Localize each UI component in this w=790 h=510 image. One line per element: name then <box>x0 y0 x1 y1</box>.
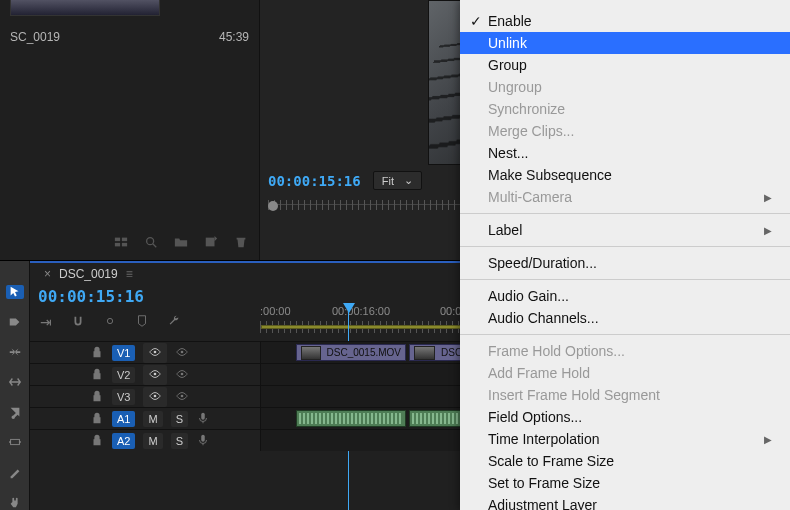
menu-item[interactable]: Time Interpolation <box>460 428 790 450</box>
sync-lock-icon[interactable] <box>143 343 167 363</box>
menu-item[interactable]: Enable <box>460 10 790 32</box>
eye-icon[interactable] <box>175 367 189 383</box>
menu-item: Merge Clips... <box>460 120 790 142</box>
mute-toggle[interactable]: M <box>143 411 162 427</box>
zoom-fit-dropdown[interactable]: Fit ⌄ <box>373 171 422 190</box>
razor-tool[interactable] <box>6 405 24 419</box>
tool-palette: T <box>0 261 30 510</box>
menu-item[interactable]: Audio Channels... <box>460 307 790 329</box>
close-icon[interactable]: × <box>44 267 51 281</box>
menu-item: Multi-Camera <box>460 186 790 208</box>
track-target-toggle[interactable]: V3 <box>112 389 135 405</box>
menu-item[interactable]: Audio Gain... <box>460 285 790 307</box>
menu-item[interactable]: Group <box>460 54 790 76</box>
video-clip[interactable]: DSC_0015.MOV <box>296 344 406 361</box>
voiceover-mic-icon[interactable] <box>196 433 210 449</box>
svg-point-10 <box>181 372 184 375</box>
sync-lock-icon[interactable] <box>143 365 167 385</box>
lock-icon[interactable] <box>90 345 104 361</box>
solo-toggle[interactable]: S <box>171 433 188 449</box>
eye-icon[interactable] <box>175 345 189 361</box>
lock-icon[interactable] <box>90 411 104 427</box>
menu-item: Synchronize <box>460 98 790 120</box>
clip-name[interactable]: SC_0019 <box>10 30 60 44</box>
search-icon[interactable] <box>143 234 159 250</box>
ruler-label: 00:00:16:00 <box>332 305 390 317</box>
svg-point-8 <box>181 350 184 353</box>
rate-stretch-tool[interactable] <box>6 375 24 389</box>
svg-rect-3 <box>122 243 127 247</box>
menu-item[interactable]: Field Options... <box>460 406 790 428</box>
svg-rect-6 <box>10 439 19 444</box>
project-panel[interactable]: SC_0019 45:39 <box>0 0 260 260</box>
menu-item[interactable]: Set to Frame Size <box>460 472 790 494</box>
voiceover-mic-icon[interactable] <box>196 411 210 427</box>
ruler-label: :00:00 <box>260 305 291 317</box>
solo-toggle[interactable]: S <box>171 411 188 427</box>
work-area-bar[interactable] <box>261 325 491 329</box>
sequence-tab[interactable]: × DSC_0019 ≡ <box>38 263 139 285</box>
menu-item: Frame Hold Options... <box>460 340 790 362</box>
clip-label: DSC_0015.MOV <box>327 347 401 358</box>
fit-label: Fit <box>382 175 394 187</box>
menu-item[interactable]: Nest... <box>460 142 790 164</box>
track-target-toggle[interactable]: V1 <box>112 345 135 361</box>
lock-icon[interactable] <box>90 389 104 405</box>
linked-selection-icon[interactable] <box>102 314 118 330</box>
lock-icon[interactable] <box>90 367 104 383</box>
eye-icon[interactable] <box>175 389 189 405</box>
svg-rect-1 <box>115 243 120 247</box>
sequence-timecode[interactable]: 00:00:15:16 <box>38 287 182 306</box>
slip-tool[interactable] <box>6 435 24 449</box>
folder-icon[interactable] <box>173 234 189 250</box>
chevron-down-icon: ⌄ <box>404 174 413 187</box>
clip-thumbnail[interactable] <box>10 0 160 16</box>
svg-rect-0 <box>115 238 120 242</box>
clip-thumb <box>301 346 321 360</box>
track-target-toggle[interactable]: V2 <box>112 367 135 383</box>
tab-menu-icon[interactable]: ≡ <box>126 267 133 281</box>
menu-item[interactable]: Scale to Frame Size <box>460 450 790 472</box>
marker-settings-icon[interactable] <box>134 314 150 330</box>
menu-item[interactable]: Make Subsequence <box>460 164 790 186</box>
menu-separator <box>460 213 790 214</box>
monitor-timecode[interactable]: 00:00:15:16 <box>268 173 361 189</box>
clip-duration: 45:39 <box>219 30 249 44</box>
menu-item[interactable]: Unlink <box>460 32 790 54</box>
new-bin-icon[interactable] <box>203 234 219 250</box>
sequence-name: DSC_0019 <box>59 267 118 281</box>
track-target-toggle[interactable]: A1 <box>112 411 135 427</box>
insert-icon[interactable]: ⇥ <box>38 314 54 330</box>
selection-tool[interactable] <box>6 285 24 299</box>
zoom-knob[interactable] <box>268 201 278 211</box>
menu-item: Insert Frame Hold Segment <box>460 384 790 406</box>
menu-item[interactable]: Speed/Duration... <box>460 252 790 274</box>
menu-item: Add Frame Hold <box>460 362 790 384</box>
menu-separator <box>460 279 790 280</box>
svg-point-9 <box>154 372 157 375</box>
trash-icon[interactable] <box>233 234 249 250</box>
ripple-edit-tool[interactable] <box>6 345 24 359</box>
menu-separator <box>460 334 790 335</box>
mute-toggle[interactable]: M <box>143 433 162 449</box>
menu-item[interactable]: Adjustment Layer <box>460 494 790 510</box>
svg-point-12 <box>181 394 184 397</box>
menu-item[interactable]: Label <box>460 219 790 241</box>
clip-thumb <box>414 346 435 360</box>
audio-clip[interactable] <box>296 410 406 427</box>
track-target-toggle[interactable]: A2 <box>112 433 135 449</box>
svg-point-4 <box>147 238 154 245</box>
hand-tool[interactable] <box>6 495 24 509</box>
list-view-icon[interactable] <box>113 234 129 250</box>
lock-icon[interactable] <box>90 433 104 449</box>
sync-lock-icon[interactable] <box>143 387 167 407</box>
svg-rect-14 <box>201 434 205 441</box>
clip-context-menu[interactable]: EnableUnlinkGroupUngroupSynchronizeMerge… <box>460 0 790 510</box>
snap-magnet-icon[interactable] <box>70 314 86 330</box>
svg-line-5 <box>153 244 157 248</box>
track-select-tool[interactable] <box>6 315 24 329</box>
wrench-icon[interactable] <box>166 314 182 330</box>
pen-tool[interactable] <box>6 465 24 479</box>
menu-separator <box>460 246 790 247</box>
svg-rect-13 <box>201 412 205 419</box>
